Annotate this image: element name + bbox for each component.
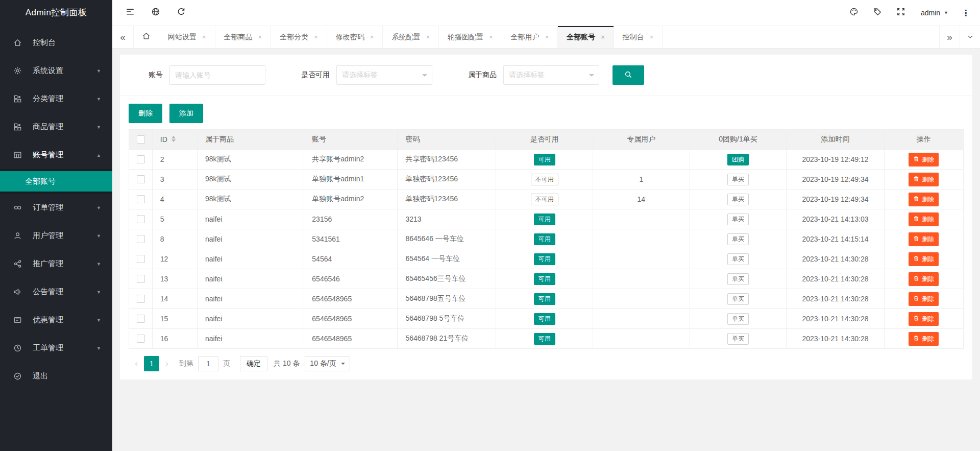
- app-title: Admin控制面板: [0, 0, 112, 26]
- delete-label: 删除: [922, 175, 934, 184]
- close-icon[interactable]: ×: [202, 33, 206, 41]
- sort-icon[interactable]: [172, 135, 176, 144]
- sidebar-item-label: 公告管理: [33, 287, 63, 297]
- sidebar-item-console[interactable]: 控制台: [0, 29, 112, 57]
- collapse-menu-button[interactable]: [117, 0, 143, 26]
- search-icon: [624, 70, 632, 80]
- tab-website-settings[interactable]: 网站设置 ×: [159, 26, 215, 48]
- page-size-select[interactable]: 10 条/页: [305, 356, 350, 371]
- chevron-left-icon: ‹: [135, 359, 138, 369]
- tab-change-password[interactable]: 修改密码 ×: [327, 26, 383, 48]
- close-icon[interactable]: ×: [545, 33, 549, 41]
- tab-all-users[interactable]: 全部用户 ×: [502, 26, 558, 48]
- theme-button[interactable]: [842, 0, 866, 26]
- row-delete-button[interactable]: 删除: [909, 312, 939, 326]
- account-input[interactable]: [169, 65, 265, 85]
- goto-confirm-button[interactable]: 确定: [240, 356, 267, 371]
- globe-button[interactable]: [143, 0, 168, 26]
- row-checkbox[interactable]: [137, 175, 145, 183]
- fullscreen-button[interactable]: [889, 0, 913, 26]
- close-icon[interactable]: ×: [258, 33, 262, 41]
- tabs-menu-button[interactable]: [960, 26, 980, 48]
- sidebar-item-promo-mgmt[interactable]: 推广管理 ▼: [0, 250, 112, 278]
- refresh-button[interactable]: [168, 0, 194, 26]
- tab-console[interactable]: 控制台 ×: [614, 26, 663, 48]
- row-delete-button[interactable]: 删除: [909, 173, 939, 186]
- tab-all-products[interactable]: 全部商品 ×: [215, 26, 272, 48]
- available-select[interactable]: 请选择标签: [336, 65, 432, 85]
- sidebar-item-user-mgmt[interactable]: 用户管理 ▼: [0, 222, 112, 250]
- row-delete-button[interactable]: 删除: [909, 332, 939, 346]
- available-badge: 可用: [534, 233, 555, 245]
- sidebar-item-ticket-mgmt[interactable]: 工单管理 ▼: [0, 334, 112, 362]
- close-icon[interactable]: ×: [650, 33, 654, 41]
- row-checkbox[interactable]: [137, 195, 145, 203]
- row-delete-button[interactable]: 删除: [909, 272, 939, 286]
- tab-label: 轮播图配置: [448, 33, 483, 42]
- tab-system-config[interactable]: 系统配置 ×: [383, 26, 439, 48]
- cell-buy-type: 单买: [690, 189, 787, 209]
- search-button[interactable]: [612, 65, 644, 85]
- cell-buy-type: 单买: [690, 170, 787, 189]
- more-button[interactable]: ⋮: [957, 0, 975, 26]
- tabs-scroll-left-button[interactable]: «: [112, 26, 134, 48]
- row-delete-button[interactable]: 删除: [909, 292, 939, 306]
- add-button[interactable]: 添加: [169, 104, 203, 123]
- row-delete-button[interactable]: 删除: [909, 153, 939, 167]
- select-all-checkbox[interactable]: [137, 135, 145, 144]
- buy-type-badge: 团购: [727, 154, 749, 165]
- cell-account: 5341561: [304, 229, 398, 249]
- sidebar-item-label: 订单管理: [33, 203, 63, 212]
- close-icon[interactable]: ×: [314, 33, 318, 41]
- sidebar-item-category-mgmt[interactable]: 分类管理 ▼: [0, 85, 112, 113]
- row-checkbox[interactable]: [137, 335, 145, 343]
- table-row: 16 naifei 6546548965 56468798 21号车位 可用 单…: [129, 329, 964, 349]
- row-checkbox[interactable]: [137, 155, 145, 163]
- tab-home[interactable]: [134, 26, 159, 48]
- accounts-table: ID 属于商品 账号 密码 是否可用 专属用户 0团购/1单买 添加时间: [129, 129, 964, 349]
- row-checkbox[interactable]: [137, 315, 145, 323]
- row-checkbox[interactable]: [137, 235, 145, 243]
- sidebar-item-account-mgmt[interactable]: 账号管理 ▲: [0, 141, 112, 169]
- tab-label: 系统配置: [391, 33, 420, 42]
- row-delete-button[interactable]: 删除: [909, 212, 939, 226]
- sidebar-item-coupon-mgmt[interactable]: 优惠管理 ▼: [0, 306, 112, 334]
- prev-page-button[interactable]: ‹: [129, 356, 144, 371]
- user-menu[interactable]: admin ▼: [913, 0, 957, 26]
- sidebar-subitem-all-accounts[interactable]: 全部账号: [0, 171, 112, 192]
- sidebar-item-order-mgmt[interactable]: 订单管理 ▼: [0, 194, 112, 222]
- sidebar-item-announcement-mgmt[interactable]: 公告管理 ▼: [0, 278, 112, 306]
- delete-button[interactable]: 删除: [129, 104, 162, 123]
- trash-icon: [913, 235, 919, 243]
- close-icon[interactable]: ×: [370, 33, 374, 41]
- goto-page-input[interactable]: [198, 356, 218, 371]
- row-checkbox[interactable]: [137, 215, 145, 223]
- next-page-button[interactable]: ›: [159, 356, 175, 371]
- tabs-scroll-right-button[interactable]: »: [939, 26, 960, 48]
- close-icon[interactable]: ×: [489, 33, 493, 41]
- chevron-down-icon: [341, 363, 345, 367]
- row-delete-button[interactable]: 删除: [909, 252, 939, 266]
- sidebar-item-product-mgmt[interactable]: 商品管理 ▼: [0, 113, 112, 141]
- close-icon[interactable]: ×: [601, 33, 605, 41]
- tag-button[interactable]: [866, 0, 889, 26]
- tab-all-categories[interactable]: 全部分类 ×: [271, 26, 327, 48]
- page-1-button[interactable]: 1: [144, 356, 159, 371]
- sidebar-item-system-settings[interactable]: 系统设置 ▼: [0, 57, 112, 85]
- sidebar-item-logout[interactable]: 退出: [0, 362, 112, 390]
- tab-all-accounts[interactable]: 全部账号 ×: [558, 26, 614, 48]
- table-row: 12 naifei 54564 654564 一号车位 可用 单买 2023-1…: [129, 249, 964, 269]
- row-checkbox[interactable]: [137, 295, 145, 303]
- product-select[interactable]: 请选择标签: [503, 65, 599, 85]
- tab-carousel-config[interactable]: 轮播图配置 ×: [439, 26, 502, 48]
- row-checkbox[interactable]: [137, 255, 145, 263]
- row-delete-button[interactable]: 删除: [909, 193, 939, 206]
- close-icon[interactable]: ×: [426, 33, 430, 41]
- row-checkbox[interactable]: [137, 275, 145, 283]
- row-delete-button[interactable]: 删除: [909, 232, 939, 246]
- cell-password: 共享密码123456: [398, 150, 496, 170]
- chevron-down-icon: ▼: [96, 68, 101, 74]
- account-submenu: 全部账号: [0, 169, 112, 194]
- available-badge: 可用: [534, 154, 555, 165]
- speaker-icon: [13, 288, 22, 297]
